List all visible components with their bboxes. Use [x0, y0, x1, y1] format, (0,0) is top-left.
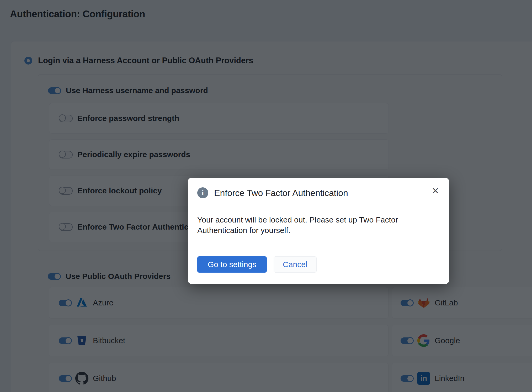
dialog-message: Your account will be locked out. Please …: [197, 215, 436, 236]
info-icon: i: [197, 187, 208, 198]
cancel-button[interactable]: Cancel: [274, 256, 316, 273]
dialog-actions: Go to settings Cancel: [197, 256, 317, 273]
two-factor-dialog: i Enforce Two Factor Authentication ✕ Yo…: [188, 178, 449, 284]
dialog-title: Enforce Two Factor Authentication: [214, 188, 348, 198]
close-icon[interactable]: ✕: [431, 185, 440, 196]
dialog-header: i Enforce Two Factor Authentication: [197, 187, 440, 198]
go-to-settings-button[interactable]: Go to settings: [197, 256, 267, 273]
